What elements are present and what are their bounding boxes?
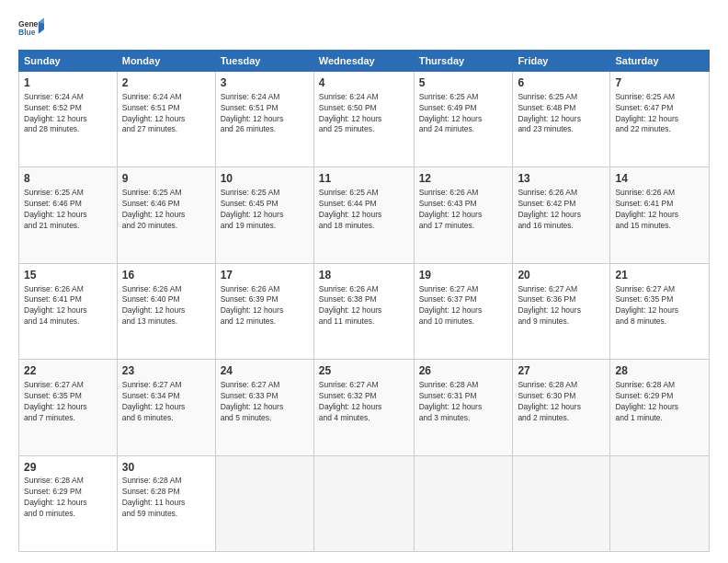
col-header-sunday: Sunday — [19, 51, 118, 72]
day-cell-2: 2Sunrise: 6:24 AMSunset: 6:51 PMDaylight… — [117, 72, 215, 167]
empty-cell — [313, 455, 414, 551]
day-cell-1: 1Sunrise: 6:24 AMSunset: 6:52 PMDaylight… — [19, 72, 118, 167]
day-number: 5 — [419, 75, 508, 91]
page: General Blue SundayMondayTuesdayWednesda… — [0, 0, 728, 563]
col-header-thursday: Thursday — [414, 51, 513, 72]
day-cell-5: 5Sunrise: 6:25 AMSunset: 6:49 PMDaylight… — [414, 72, 513, 167]
svg-text:Blue: Blue — [18, 28, 36, 37]
day-cell-15: 15Sunrise: 6:26 AMSunset: 6:41 PMDayligh… — [19, 263, 118, 359]
day-cell-10: 10Sunrise: 6:25 AMSunset: 6:45 PMDayligh… — [215, 167, 313, 263]
day-number: 28 — [615, 363, 704, 379]
day-number: 17 — [221, 268, 309, 283]
day-cell-22: 22Sunrise: 6:27 AMSunset: 6:35 PMDayligh… — [19, 360, 118, 455]
day-number: 21 — [615, 268, 704, 283]
calendar-header-row: SundayMondayTuesdayWednesdayThursdayFrid… — [19, 51, 710, 72]
day-cell-28: 28Sunrise: 6:28 AMSunset: 6:29 PMDayligh… — [610, 360, 710, 455]
col-header-wednesday: Wednesday — [313, 51, 414, 72]
day-info: Sunrise: 6:25 AMSunset: 6:46 PMDaylight:… — [122, 188, 210, 232]
day-info: Sunrise: 6:27 AMSunset: 6:36 PMDaylight:… — [518, 284, 605, 328]
day-cell-29: 29Sunrise: 6:28 AMSunset: 6:29 PMDayligh… — [19, 455, 118, 551]
day-number: 12 — [419, 171, 508, 187]
empty-cell — [215, 455, 313, 551]
day-info: Sunrise: 6:25 AMSunset: 6:47 PMDaylight:… — [615, 92, 704, 136]
day-info: Sunrise: 6:27 AMSunset: 6:32 PMDaylight:… — [319, 380, 409, 424]
day-cell-8: 8Sunrise: 6:25 AMSunset: 6:46 PMDaylight… — [19, 167, 118, 263]
day-cell-9: 9Sunrise: 6:25 AMSunset: 6:46 PMDaylight… — [117, 167, 215, 263]
day-cell-19: 19Sunrise: 6:27 AMSunset: 6:37 PMDayligh… — [414, 263, 513, 359]
col-header-saturday: Saturday — [610, 51, 710, 72]
col-header-monday: Monday — [117, 51, 215, 72]
day-info: Sunrise: 6:25 AMSunset: 6:45 PMDaylight:… — [221, 188, 309, 232]
day-info: Sunrise: 6:25 AMSunset: 6:44 PMDaylight:… — [319, 188, 409, 232]
calendar-week-row: 22Sunrise: 6:27 AMSunset: 6:35 PMDayligh… — [19, 360, 710, 455]
day-info: Sunrise: 6:26 AMSunset: 6:41 PMDaylight:… — [615, 188, 704, 232]
calendar-week-row: 8Sunrise: 6:25 AMSunset: 6:46 PMDaylight… — [19, 167, 710, 263]
day-cell-13: 13Sunrise: 6:26 AMSunset: 6:42 PMDayligh… — [513, 167, 610, 263]
logo: General Blue — [18, 17, 44, 42]
day-info: Sunrise: 6:25 AMSunset: 6:46 PMDaylight:… — [24, 188, 112, 232]
day-info: Sunrise: 6:24 AMSunset: 6:52 PMDaylight:… — [24, 92, 112, 136]
calendar-week-row: 29Sunrise: 6:28 AMSunset: 6:29 PMDayligh… — [19, 455, 710, 551]
day-info: Sunrise: 6:27 AMSunset: 6:35 PMDaylight:… — [24, 380, 112, 424]
day-cell-3: 3Sunrise: 6:24 AMSunset: 6:51 PMDaylight… — [215, 72, 313, 167]
day-number: 22 — [24, 363, 112, 379]
day-info: Sunrise: 6:24 AMSunset: 6:50 PMDaylight:… — [319, 92, 409, 136]
day-info: Sunrise: 6:28 AMSunset: 6:30 PMDaylight:… — [518, 380, 605, 424]
day-number: 7 — [615, 75, 704, 91]
day-info: Sunrise: 6:26 AMSunset: 6:42 PMDaylight:… — [518, 188, 605, 232]
day-number: 3 — [221, 75, 309, 91]
day-cell-26: 26Sunrise: 6:28 AMSunset: 6:31 PMDayligh… — [414, 360, 513, 455]
day-number: 16 — [122, 268, 210, 283]
day-cell-14: 14Sunrise: 6:26 AMSunset: 6:41 PMDayligh… — [610, 167, 710, 263]
day-number: 13 — [518, 171, 605, 187]
day-number: 18 — [319, 268, 409, 283]
day-info: Sunrise: 6:24 AMSunset: 6:51 PMDaylight:… — [221, 92, 309, 136]
day-number: 23 — [122, 363, 210, 379]
day-number: 2 — [122, 75, 210, 91]
day-number: 6 — [518, 75, 605, 91]
day-cell-7: 7Sunrise: 6:25 AMSunset: 6:47 PMDaylight… — [610, 72, 710, 167]
day-number: 24 — [221, 363, 309, 379]
day-number: 26 — [419, 363, 508, 379]
day-cell-25: 25Sunrise: 6:27 AMSunset: 6:32 PMDayligh… — [313, 360, 414, 455]
day-number: 4 — [319, 75, 409, 91]
day-info: Sunrise: 6:28 AMSunset: 6:31 PMDaylight:… — [419, 380, 508, 424]
day-cell-17: 17Sunrise: 6:26 AMSunset: 6:39 PMDayligh… — [215, 263, 313, 359]
day-number: 27 — [518, 363, 605, 379]
day-number: 8 — [24, 171, 112, 187]
day-number: 1 — [24, 75, 112, 91]
day-number: 14 — [615, 171, 704, 187]
day-cell-23: 23Sunrise: 6:27 AMSunset: 6:34 PMDayligh… — [117, 360, 215, 455]
day-info: Sunrise: 6:24 AMSunset: 6:51 PMDaylight:… — [122, 92, 210, 136]
day-info: Sunrise: 6:26 AMSunset: 6:38 PMDaylight:… — [319, 284, 409, 328]
day-number: 29 — [24, 460, 112, 476]
day-info: Sunrise: 6:28 AMSunset: 6:29 PMDaylight:… — [615, 380, 704, 424]
day-cell-11: 11Sunrise: 6:25 AMSunset: 6:44 PMDayligh… — [313, 167, 414, 263]
day-number: 20 — [518, 268, 605, 283]
col-header-friday: Friday — [513, 51, 610, 72]
header: General Blue — [18, 17, 710, 42]
empty-cell — [513, 455, 610, 551]
day-info: Sunrise: 6:27 AMSunset: 6:33 PMDaylight:… — [221, 380, 309, 424]
calendar-week-row: 15Sunrise: 6:26 AMSunset: 6:41 PMDayligh… — [19, 263, 710, 359]
day-info: Sunrise: 6:26 AMSunset: 6:40 PMDaylight:… — [122, 284, 210, 328]
day-cell-24: 24Sunrise: 6:27 AMSunset: 6:33 PMDayligh… — [215, 360, 313, 455]
day-number: 10 — [221, 171, 309, 187]
logo-icon: General Blue — [18, 17, 44, 42]
day-info: Sunrise: 6:27 AMSunset: 6:34 PMDaylight:… — [122, 380, 210, 424]
day-number: 11 — [319, 171, 409, 187]
day-number: 15 — [24, 268, 112, 283]
day-number: 30 — [122, 460, 210, 476]
day-cell-30: 30Sunrise: 6:28 AMSunset: 6:28 PMDayligh… — [117, 455, 215, 551]
day-cell-16: 16Sunrise: 6:26 AMSunset: 6:40 PMDayligh… — [117, 263, 215, 359]
day-info: Sunrise: 6:28 AMSunset: 6:28 PMDaylight:… — [122, 476, 210, 520]
empty-cell — [610, 455, 710, 551]
day-cell-27: 27Sunrise: 6:28 AMSunset: 6:30 PMDayligh… — [513, 360, 610, 455]
day-cell-21: 21Sunrise: 6:27 AMSunset: 6:35 PMDayligh… — [610, 263, 710, 359]
day-info: Sunrise: 6:28 AMSunset: 6:29 PMDaylight:… — [24, 476, 112, 520]
day-cell-6: 6Sunrise: 6:25 AMSunset: 6:48 PMDaylight… — [513, 72, 610, 167]
day-info: Sunrise: 6:25 AMSunset: 6:49 PMDaylight:… — [419, 92, 508, 136]
calendar-table: SundayMondayTuesdayWednesdayThursdayFrid… — [18, 50, 710, 552]
day-number: 19 — [419, 268, 508, 283]
day-info: Sunrise: 6:26 AMSunset: 6:43 PMDaylight:… — [419, 188, 508, 232]
